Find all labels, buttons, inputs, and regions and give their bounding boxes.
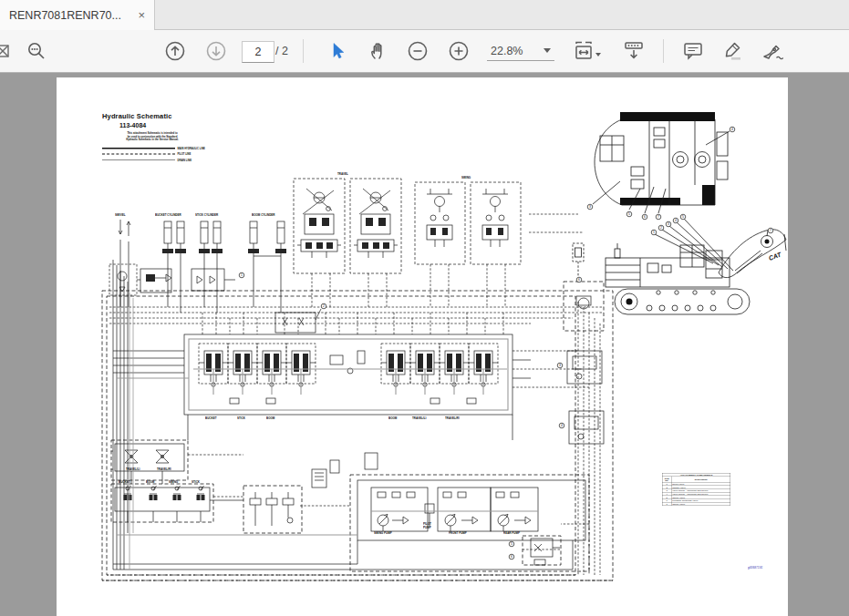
legend-line-dashed — [102, 154, 175, 155]
schematic-number: 113-4084 — [119, 121, 239, 128]
svg-text:3: 3 — [559, 364, 561, 367]
schematic-label: BUCKET — [119, 480, 130, 483]
schematic-label: TRAVEL(R) — [157, 467, 171, 470]
schematic-label: BUCKET CYLINDER — [155, 213, 181, 216]
schematic-label: SWING — [169, 480, 178, 483]
callout-circle: 3 — [666, 221, 671, 227]
chevron-down-icon — [544, 48, 551, 53]
schematic-label: BOOM — [266, 416, 274, 419]
page-total-label: / 2 — [275, 45, 288, 57]
callout-circle: 1 — [239, 272, 244, 278]
svg-text:6: 6 — [644, 215, 646, 219]
document-canvas[interactable]: CAT 435671234576123456 Hydraulic Schemat… — [0, 73, 849, 616]
attachment-table-body: ATTACHMENT COMPONENTS Item No. Descripti… — [662, 473, 730, 506]
highlight-icon[interactable] — [720, 39, 744, 63]
search-icon[interactable] — [26, 40, 47, 62]
svg-text:6: 6 — [511, 555, 513, 559]
svg-text:7: 7 — [657, 215, 659, 219]
tab-bar: RENR7081RENR70... × — [0, 0, 849, 30]
svg-text:1: 1 — [653, 231, 655, 234]
callout-circle: 7 — [656, 214, 661, 220]
graphic-id: g00687191 — [748, 566, 762, 570]
schematic-label: TRAVEL(R) — [445, 416, 460, 419]
attachment-components-table: ATTACHMENT COMPONENTS Item No. Descripti… — [662, 473, 731, 506]
svg-text:2: 2 — [323, 304, 325, 308]
callout-circle: 4 — [559, 423, 564, 428]
callout-circle: 2 — [321, 303, 326, 309]
callout-circle: 3 — [557, 363, 563, 368]
page-up-button[interactable] — [164, 40, 186, 62]
svg-text:7: 7 — [770, 229, 771, 232]
svg-text:5: 5 — [511, 542, 513, 546]
legend-line-solid-thick — [102, 148, 175, 149]
callout-circle: 3 — [587, 204, 593, 210]
schematic-label: BUCKET — [205, 416, 217, 419]
svg-text:5: 5 — [682, 215, 684, 219]
toolbar: / 2 22.8% — [0, 30, 849, 73]
fit-width-icon[interactable] — [572, 39, 595, 63]
title-block: Hydraulic Schematic 113-4084 This attach… — [102, 112, 239, 163]
callout-circle: 1 — [651, 230, 657, 235]
attachment-table-row: 7Check Valve — [662, 502, 730, 506]
callout-circle: 4 — [673, 218, 678, 223]
schematic-label: BOOM — [146, 480, 154, 483]
page-down-button[interactable] — [205, 40, 227, 62]
zoom-in-icon[interactable] — [448, 40, 470, 62]
schematic-label: STICK — [237, 416, 245, 419]
svg-text:4: 4 — [561, 424, 563, 427]
callout-circle: 6 — [576, 277, 582, 282]
svg-text:4: 4 — [675, 219, 677, 222]
zoom-out-icon[interactable] — [407, 40, 429, 62]
schematic-label: STICK CYLINDER — [195, 213, 218, 216]
zoom-level-control[interactable]: 22.8% — [487, 41, 554, 61]
svg-text:4: 4 — [731, 128, 733, 131]
document-tab-title: RENR7081RENR70... — [9, 9, 130, 22]
callout-circle: 6 — [642, 214, 647, 220]
schematic-label: REAR PUMP — [503, 531, 520, 534]
svg-text:2: 2 — [660, 226, 662, 230]
schematic-label: TRAVEL(L) — [126, 467, 140, 470]
schematic-label: BOOM CYLINDER — [252, 213, 275, 216]
schematic-label: PUMP — [423, 526, 431, 529]
svg-text:5: 5 — [628, 212, 630, 216]
svg-text:1: 1 — [241, 273, 243, 277]
callout-circle: 5 — [626, 211, 632, 217]
tab-close-icon[interactable]: × — [138, 9, 145, 21]
pdf-page: CAT 435671234576123456 Hydraulic Schemat… — [57, 77, 788, 616]
comment-icon[interactable] — [681, 39, 705, 63]
callout-circle: 5 — [509, 541, 514, 547]
svg-text:3: 3 — [589, 205, 591, 209]
schematic-label: PILOT — [423, 522, 431, 525]
fill-sign-icon[interactable] — [761, 38, 786, 64]
line-legend: MAIN HYDRAULIC LINE PILOT LINE DRAIN LIN… — [102, 145, 234, 163]
select-tool-icon[interactable] — [327, 41, 347, 61]
toolbar-divider — [303, 39, 304, 63]
schematic-note: This attachment Schematic is intended to… — [102, 131, 202, 141]
hand-tool-icon[interactable] — [368, 40, 389, 62]
legend-line-solid-thin — [102, 159, 175, 160]
schematic-title: Hydraulic Schematic — [102, 112, 239, 120]
schematic-label: SWIVEL — [115, 213, 126, 216]
scroll-mode-icon[interactable] — [622, 39, 646, 63]
callout-circle: 4 — [730, 127, 735, 132]
schematic-label: STICK — [192, 480, 200, 483]
zoom-level-value: 22.8% — [491, 45, 523, 57]
schematic-label: SWING PUMP — [374, 531, 392, 534]
svg-text:6: 6 — [578, 278, 580, 282]
callout-circle: 7 — [768, 228, 773, 233]
callout-circle: 2 — [658, 225, 664, 231]
panel-toggle-icon[interactable] — [0, 42, 10, 60]
toolbar-divider — [663, 39, 664, 63]
schematic-label: TRAVEL(L) — [412, 416, 427, 419]
schematic-label: FRONT PUMP — [449, 531, 467, 534]
svg-text:3: 3 — [668, 222, 669, 226]
schematic-label: TRAVEL — [337, 172, 348, 175]
document-tab[interactable]: RENR7081RENR70... × — [0, 0, 155, 30]
schematic-label: BOOM — [388, 416, 397, 419]
svg-text:CAT: CAT — [768, 251, 782, 262]
schematic-label: SWING — [461, 176, 471, 179]
page-number-input[interactable] — [242, 41, 274, 63]
fit-width-chevron-icon[interactable] — [595, 53, 601, 56]
callout-circle: 5 — [680, 214, 686, 220]
callout-circle: 6 — [509, 554, 514, 560]
